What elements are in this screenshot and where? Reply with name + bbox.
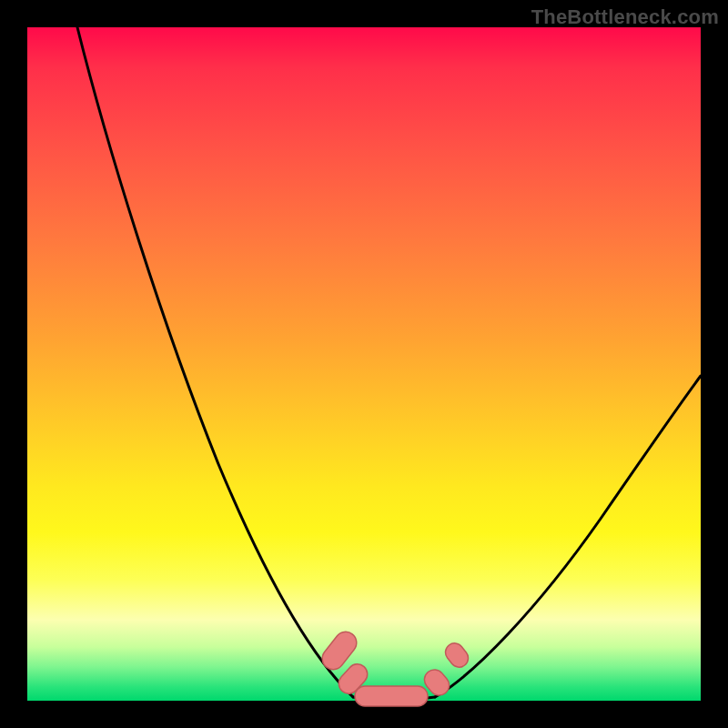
curve-group (77, 27, 701, 700)
chart-frame: TheBottleneck.com (0, 0, 728, 728)
watermark-text: TheBottleneck.com (531, 5, 719, 29)
plot-area (27, 27, 701, 701)
marker-group (318, 627, 471, 706)
right-curve (435, 376, 701, 697)
left-curve (77, 27, 353, 697)
chart-svg (27, 27, 701, 701)
marker-lozenge (442, 640, 472, 671)
marker-lozenge (355, 686, 428, 706)
